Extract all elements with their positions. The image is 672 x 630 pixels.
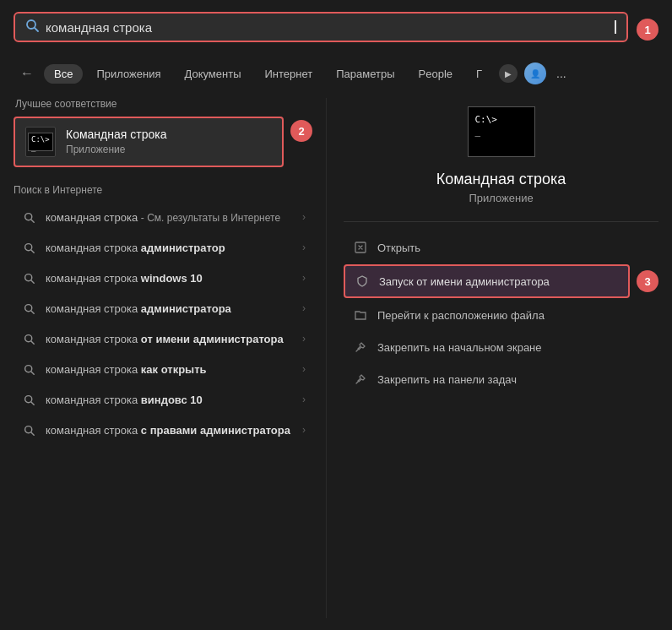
divider <box>344 221 658 222</box>
search-result-icon <box>20 300 37 317</box>
main-container: командная строка 1 ← Все Приложения Доку… <box>0 0 672 630</box>
arrow-icon: › <box>302 211 306 223</box>
tab-apps[interactable]: Приложения <box>86 64 171 84</box>
svg-line-19 <box>356 350 358 351</box>
list-item[interactable]: командная строка - См. результаты в Инте… <box>14 203 312 231</box>
svg-line-20 <box>356 382 358 383</box>
nav-extra: ▶ 👤 ... <box>499 62 570 84</box>
svg-line-1 <box>35 28 38 31</box>
back-button[interactable]: ← <box>14 62 41 84</box>
arrow-icon: › <box>302 242 306 253</box>
best-match-label: Лучшее соответствие <box>14 98 312 110</box>
svg-line-11 <box>30 340 33 343</box>
svg-line-9 <box>30 310 33 312</box>
arrow-icon: › <box>302 333 306 345</box>
context-open[interactable]: Открыть <box>344 232 658 263</box>
search-result-icon <box>20 421 37 438</box>
app-title: Командная строка <box>436 171 566 188</box>
list-item[interactable]: командная строка администратор › <box>14 233 312 262</box>
badge-2: 2 <box>290 120 312 142</box>
context-pin-start[interactable]: Закрепить на начальном экране <box>344 332 658 362</box>
result-text: командная строка от имени администратора <box>46 333 302 345</box>
arrow-icon: › <box>302 363 306 375</box>
result-text: командная строка windows 10 <box>46 272 302 285</box>
svg-line-15 <box>30 401 33 404</box>
open-icon <box>352 239 369 256</box>
search-result-icon <box>20 209 37 225</box>
app-subtitle: Приложение <box>469 192 533 204</box>
context-pin-taskbar[interactable]: Закрепить на панели задач <box>344 364 658 394</box>
svg-line-17 <box>30 432 33 434</box>
tab-g[interactable]: Г <box>466 64 492 84</box>
best-match-item[interactable]: C:\> _ Командная строка Приложение <box>14 117 284 167</box>
svg-line-13 <box>30 371 33 373</box>
search-result-icon <box>20 330 37 347</box>
result-text: командная строка администратор <box>46 242 302 254</box>
svg-line-5 <box>30 249 33 252</box>
internet-section-label: Поиск в Интернете <box>14 184 312 196</box>
search-result-icon <box>20 391 37 408</box>
list-item[interactable]: командная строка как открыть › <box>14 355 312 383</box>
search-results-list: командная строка - См. результаты в Инте… <box>14 203 312 444</box>
badge-3: 3 <box>637 270 658 292</box>
tab-documents[interactable]: Документы <box>174 64 251 84</box>
svg-line-3 <box>30 219 33 221</box>
result-text: командная строка виндовс 10 <box>46 394 302 406</box>
list-item[interactable]: командная строка администратора › <box>14 294 312 323</box>
tab-people[interactable]: People <box>409 64 463 84</box>
main-content: Лучшее соответствие C:\> _ Командная стр… <box>14 98 658 618</box>
list-item[interactable]: командная строка windows 10 › <box>14 263 312 292</box>
search-result-icon <box>20 361 37 377</box>
context-menu: Открыть Запуск от имени администратора 3 <box>344 232 658 394</box>
more-button[interactable]: ... <box>553 65 570 82</box>
arrow-icon: › <box>302 302 306 314</box>
left-panel: Лучшее соответствие C:\> _ Командная стр… <box>14 98 326 618</box>
taskbar-pin-icon <box>352 371 369 388</box>
svg-line-7 <box>30 280 33 282</box>
context-run-as-admin[interactable]: Запуск от имени администратора <box>344 264 630 298</box>
shield-icon <box>354 273 371 290</box>
search-icon <box>25 19 39 35</box>
context-goto-location[interactable]: Перейти к расположению файла <box>344 300 658 330</box>
search-bar[interactable]: командная строка <box>14 12 628 42</box>
search-result-icon <box>20 239 37 256</box>
badge-1: 1 <box>637 19 658 41</box>
result-text: командная строка - См. результаты в Инте… <box>46 211 302 224</box>
list-item[interactable]: командная строка виндовс 10 › <box>14 385 312 414</box>
tab-internet[interactable]: Интернет <box>254 64 322 84</box>
best-match-text: Командная строка Приложение <box>66 128 166 156</box>
result-text: командная строка с правами администратор… <box>46 424 302 437</box>
list-item[interactable]: командная строка с правами администратор… <box>14 415 312 444</box>
user-avatar[interactable]: 👤 <box>524 62 546 84</box>
arrow-icon: › <box>302 272 306 284</box>
folder-icon <box>352 307 369 323</box>
pin-icon <box>352 339 369 356</box>
list-item[interactable]: командная строка от имени администратора… <box>14 324 312 353</box>
result-text: командная строка администратора <box>46 302 302 315</box>
app-preview-icon <box>468 106 535 157</box>
cmd-app-icon: C:\> _ <box>25 127 56 157</box>
search-result-icon <box>20 269 37 286</box>
nav-tabs: ← Все Приложения Документы Интернет Пара… <box>14 62 658 84</box>
arrow-icon: › <box>302 394 306 405</box>
tab-settings[interactable]: Параметры <box>326 64 404 84</box>
search-input[interactable]: командная строка <box>46 20 614 35</box>
right-panel: Командная строка Приложение Открыть Запу… <box>326 98 658 618</box>
result-text: командная строка как открыть <box>46 363 302 376</box>
tab-all[interactable]: Все <box>44 64 83 84</box>
arrow-icon: › <box>302 424 306 436</box>
play-button[interactable]: ▶ <box>499 64 518 83</box>
